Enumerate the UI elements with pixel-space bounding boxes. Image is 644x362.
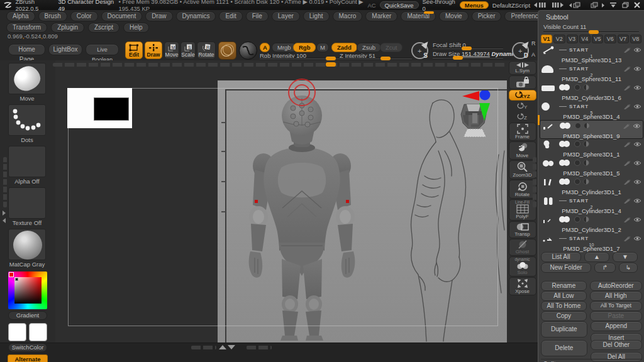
divider-arrow-icon[interactable] <box>3 211 6 216</box>
main-color-swatch[interactable] <box>8 323 26 341</box>
tray-open-icon[interactable] <box>219 345 226 349</box>
polypaint-brush-icon[interactable] <box>624 160 631 166</box>
see-through-slider[interactable]: See-through 0 <box>423 0 456 12</box>
visibility-eye-icon[interactable] <box>633 198 641 204</box>
draw-button[interactable]: Draw <box>145 41 162 59</box>
right-divider-handle[interactable] <box>533 157 536 207</box>
subtool-name[interactable]: PM3D_Sphere3D1_4 <box>563 113 619 120</box>
subtool-item[interactable]: START2PM3D_Sphere3D1_11 <box>540 63 643 82</box>
subtool-tab-v3[interactable]: V3 <box>567 35 578 43</box>
visible-count-track[interactable] <box>543 31 639 33</box>
visibility-eye-icon[interactable] <box>633 141 641 147</box>
subtool-item[interactable]: PM3D_Cylinder3D1_1 <box>540 177 643 195</box>
a-toggle[interactable]: A <box>260 43 270 52</box>
shelf-xpose-button[interactable]: Xpose <box>509 277 536 295</box>
polypaint-brush-icon[interactable] <box>624 217 631 222</box>
rgb-toggle[interactable]: Rgb <box>293 43 316 52</box>
a-indicator[interactable]: A <box>531 52 535 58</box>
viewport-canvas[interactable] <box>55 60 507 343</box>
tray-close-icon[interactable] <box>228 345 235 349</box>
subtool-thumbnail[interactable] <box>541 140 557 148</box>
shelf-frame-button[interactable]: Frame <box>509 123 536 141</box>
zcut-toggle[interactable]: Zcut <box>380 43 402 52</box>
subtool-thumbnail[interactable] <box>542 122 557 130</box>
menu-layer[interactable]: Layer <box>272 11 300 21</box>
shelf-z-button[interactable]: Z <box>509 112 536 122</box>
subtool-thumbnail[interactable] <box>541 197 557 205</box>
polypaint-brush-icon[interactable] <box>624 66 631 72</box>
all-low-button[interactable]: All Low <box>541 291 587 301</box>
remesh-icon[interactable] <box>574 216 580 222</box>
shelf-solo-button[interactable]: dynamicSolo <box>509 256 536 277</box>
subtool-thumbnail[interactable] <box>541 102 557 111</box>
all-to-home-button[interactable]: All To Home <box>541 301 587 311</box>
z-intensity-track[interactable] <box>340 58 412 59</box>
tray-item-texture-off[interactable]: Texture Off <box>8 187 46 226</box>
visibility-eye-icon[interactable] <box>633 160 641 166</box>
rotate-button[interactable]: R Rotate <box>197 41 216 59</box>
rename-button[interactable]: Rename <box>541 281 587 291</box>
merge-icon[interactable] <box>559 141 572 147</box>
menu-document[interactable]: Document <box>101 11 143 21</box>
remesh-icon[interactable] <box>574 84 580 90</box>
matcap-sphere-icon[interactable] <box>8 229 46 260</box>
menu-dynamics[interactable]: Dynamics <box>176 11 216 21</box>
menus-button[interactable]: Menus <box>460 1 489 9</box>
tray-item-dots[interactable]: Dots <box>8 104 46 143</box>
gradient-label[interactable]: Gradient <box>8 311 47 320</box>
subtool-tab-v8[interactable]: V8 <box>630 35 641 43</box>
all-high-button[interactable]: All High <box>590 291 642 301</box>
visible-count-knob[interactable] <box>589 30 599 34</box>
color-picker[interactable] <box>8 272 47 309</box>
visibility-eye-icon[interactable] <box>633 47 641 53</box>
draw-size-value[interactable]: 151.43974 <box>462 50 490 57</box>
autoreorder-button[interactable]: AutoReorder <box>590 281 642 291</box>
menu-file[interactable]: File <box>246 11 269 21</box>
subtool-tab-v6[interactable]: V6 <box>604 35 616 43</box>
menu-draw[interactable]: Draw <box>145 11 172 21</box>
polypaint-brush-icon[interactable] <box>624 104 631 109</box>
dots-stroke-icon[interactable] <box>8 104 46 136</box>
tray-item-matcap-gray[interactable]: MatCap Gray <box>8 229 46 268</box>
new-folder-button[interactable]: New Folder <box>541 263 591 273</box>
left-tray-toggle-icon[interactable] <box>534 2 547 8</box>
draw-size-knob[interactable] <box>453 56 463 60</box>
bottom-divider-handle[interactable] <box>191 346 216 349</box>
restore-icon[interactable] <box>622 2 629 8</box>
del-other-button[interactable]: Del Other <box>591 340 642 350</box>
top-divider-knob[interactable] <box>326 62 336 67</box>
visibility-eye-icon[interactable] <box>633 179 641 185</box>
tray-item-alpha-off[interactable]: Alpha Off <box>8 146 46 185</box>
subtool-tab-v5[interactable]: V5 <box>592 35 603 43</box>
menu-edit[interactable]: Edit <box>219 11 242 21</box>
move-up-button[interactable]: ▲ <box>584 252 609 262</box>
subtool-thumbnail[interactable] <box>541 65 557 73</box>
subtool-thumbnail[interactable] <box>541 234 557 243</box>
zadd-toggle[interactable]: Zadd <box>331 43 357 52</box>
draw-size-track[interactable] <box>433 57 503 58</box>
menu-help[interactable]: Help <box>123 23 149 33</box>
difference-icon[interactable] <box>583 178 589 185</box>
subtool-item[interactable]: START1PM3D_Sphere3D1_13 <box>540 45 643 63</box>
m-toggle[interactable]: M <box>316 43 329 52</box>
minimize-icon[interactable] <box>609 2 617 8</box>
menu-movie[interactable]: Movie <box>439 11 469 21</box>
alternate-button[interactable]: Alternate <box>8 354 48 362</box>
subtool-tab-v4[interactable]: V4 <box>579 35 591 43</box>
paste-button[interactable]: Paste <box>590 311 642 321</box>
copy-button[interactable]: Copy <box>541 311 587 321</box>
subtool-item[interactable]: PM3D_Sphere3D1_9 <box>540 120 643 139</box>
menu-transform[interactable]: Transform <box>6 23 47 33</box>
divider-arrow-icon[interactable] <box>3 218 6 223</box>
polypaint-brush-icon[interactable] <box>624 47 631 53</box>
shelf-y-button[interactable]: Y <box>509 101 536 111</box>
shelf-move-button[interactable]: Move <box>509 141 536 160</box>
menu-picker[interactable]: Picker <box>472 11 502 21</box>
remesh-icon[interactable] <box>574 160 580 166</box>
r-indicator[interactable]: R <box>531 40 536 47</box>
zsub-toggle[interactable]: Zsub <box>357 43 381 52</box>
left-divider-handle[interactable] <box>3 157 7 207</box>
merge-icon[interactable] <box>559 216 572 222</box>
divider-pages-right-icon[interactable] <box>589 2 604 9</box>
shelf-polyf-button[interactable]: Line-FillPolyF <box>509 199 536 221</box>
